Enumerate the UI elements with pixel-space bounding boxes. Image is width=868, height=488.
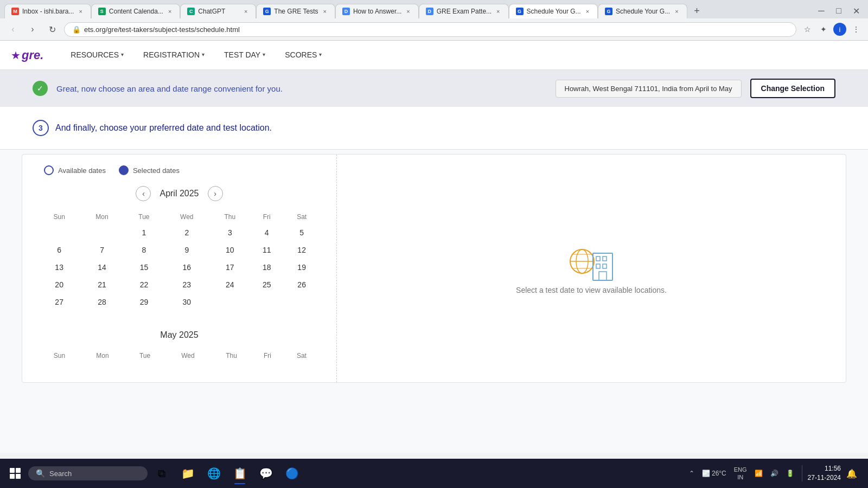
back-button[interactable]: ‹ (5, 22, 21, 37)
table-row: 1 2 3 4 5 (39, 224, 320, 241)
date-cell[interactable]: 9 (164, 241, 209, 259)
date-cell[interactable]: 30 (164, 293, 209, 311)
more-icon[interactable]: ⋮ (850, 23, 863, 36)
tab-schedule2[interactable]: G Schedule Your G... × (598, 4, 687, 18)
bookmark-icon[interactable]: ☆ (801, 23, 814, 36)
taskbar-teams[interactable]: 💬 (254, 461, 278, 485)
tab-chatgpt[interactable]: C ChatGPT × (180, 4, 256, 18)
main-content: ✓ Great, now choose an area and date ran… (0, 70, 868, 453)
taskbar-edge[interactable]: 🌐 (202, 461, 226, 485)
date-cell[interactable]: 28 (80, 293, 124, 311)
date-cell[interactable]: 13 (39, 259, 80, 276)
date-cell[interactable]: 11 (250, 241, 283, 259)
date-cell[interactable]: 21 (80, 276, 124, 293)
taskbar-task-view[interactable]: ⧉ (150, 461, 174, 485)
extension-icon[interactable]: ✦ (817, 23, 830, 36)
prev-month-button[interactable]: ‹ (136, 186, 151, 201)
change-selection-button[interactable]: Change Selection (750, 79, 835, 98)
tab-sheets[interactable]: S Content Calenda... × (91, 4, 181, 18)
start-button[interactable] (4, 463, 26, 484)
taskbar-file-explorer[interactable]: 📁 (176, 461, 200, 485)
gre-logo[interactable]: ★ gre. (11, 48, 43, 62)
new-tab-button[interactable]: + (690, 3, 705, 18)
tab-close[interactable]: × (405, 8, 411, 15)
date-cell[interactable]: 25 (250, 276, 283, 293)
forward-button[interactable]: › (25, 22, 40, 37)
date-cell[interactable]: 6 (39, 241, 80, 259)
nav-registration[interactable]: REGISTRATION ▾ (133, 42, 214, 69)
calendar-section: Available dates Selected dates ‹ April 2… (22, 154, 846, 383)
logo-star: ★ (11, 49, 21, 62)
date-cell[interactable]: 17 (210, 259, 251, 276)
tab-label: GRE Exam Patte... (437, 8, 492, 15)
date-cell[interactable]: 7 (80, 241, 124, 259)
date-cell[interactable]: 22 (124, 276, 164, 293)
table-row (39, 363, 320, 371)
next-month-button[interactable]: › (208, 186, 223, 201)
tab-close[interactable]: × (77, 8, 84, 15)
date-cell[interactable]: 10 (210, 241, 251, 259)
profile-icon[interactable]: i (833, 23, 846, 36)
date-cell (210, 293, 251, 311)
date-cell[interactable]: 26 (283, 276, 320, 293)
tray-notification[interactable]: 🔔 (844, 467, 859, 480)
date-cell[interactable]: 15 (124, 259, 164, 276)
date-cell[interactable]: 12 (283, 241, 320, 259)
clock-widget[interactable]: 11:56 27-11-2024 (808, 464, 841, 483)
tab-close[interactable]: × (321, 8, 328, 15)
maximize-button[interactable]: □ (831, 3, 846, 18)
tab-close[interactable]: × (584, 8, 591, 15)
date-cell[interactable]: 18 (250, 259, 283, 276)
location-panel: Select a test date to view available loc… (337, 155, 846, 382)
date-cell[interactable]: 27 (39, 293, 80, 311)
date-cell[interactable]: 29 (124, 293, 164, 311)
address-bar[interactable]: 🔒 ets.org/gre/test-takers/subject-tests/… (64, 22, 796, 37)
day-tue: Tue (124, 210, 164, 224)
tab-gre-tests[interactable]: G The GRE Tests × (256, 4, 335, 18)
taskbar: 🔍 Search ⧉ 📁 🌐 📋 💬 🔵 ⌃ 🌫️ 26°C ENGIN 📶 🔊… (0, 459, 868, 488)
tray-hidden-icons[interactable]: ⌃ (687, 468, 697, 478)
tab-close[interactable]: × (495, 8, 501, 15)
tab-how-to[interactable]: D How to Answer... × (335, 4, 419, 18)
tab-gmail[interactable]: M Inbox - ishi.bara... × (4, 4, 91, 18)
date-cell[interactable]: 2 (164, 224, 209, 241)
day-wed: Wed (165, 349, 211, 363)
taskbar-office[interactable]: 📋 (228, 461, 252, 485)
may-grid: Sun Mon Tue Wed Thu Fri Sat (39, 349, 320, 371)
date-cell[interactable]: 24 (210, 276, 251, 293)
april-month-label: April 2025 (159, 189, 199, 198)
date-cell[interactable]: 5 (283, 224, 320, 241)
refresh-button[interactable]: ↻ (44, 22, 60, 37)
date-cell[interactable]: 20 (39, 276, 80, 293)
minimize-button[interactable]: ─ (814, 3, 829, 18)
date-cell (80, 224, 124, 241)
tab-close[interactable]: × (242, 8, 249, 15)
tray-volume[interactable]: 🔊 (768, 468, 781, 478)
windows-logo (10, 468, 21, 479)
date-cell[interactable]: 19 (283, 259, 320, 276)
date-cell[interactable]: 14 (80, 259, 124, 276)
tab-close[interactable]: × (167, 8, 173, 15)
date-cell[interactable]: 23 (164, 276, 209, 293)
weather-widget[interactable]: 🌫️ 26°C (700, 468, 729, 478)
date-cell[interactable]: 4 (250, 224, 283, 241)
date-cell[interactable]: 16 (164, 259, 209, 276)
date-cell[interactable]: 8 (124, 241, 164, 259)
tab-gre-pattern[interactable]: D GRE Exam Patte... × (419, 4, 509, 18)
check-icon: ✓ (33, 81, 48, 96)
close-browser-button[interactable]: ✕ (848, 3, 864, 18)
taskbar-chrome[interactable]: 🔵 (280, 461, 304, 485)
tray-wifi[interactable]: 📶 (752, 468, 765, 478)
nav-test-day[interactable]: TEST DAY ▾ (214, 42, 275, 69)
nav-resources[interactable]: RESOURCES ▾ (61, 42, 133, 69)
date-cell[interactable]: 1 (124, 224, 164, 241)
date-cell (252, 363, 283, 371)
date-cell[interactable]: 3 (210, 224, 251, 241)
taskbar-search-box[interactable]: 🔍 Search (28, 466, 148, 480)
gre-tests-favicon: G (263, 8, 271, 15)
nav-scores[interactable]: SCORES ▾ (275, 42, 331, 69)
tab-schedule1[interactable]: G Schedule Your G... × (509, 4, 598, 18)
tray-language[interactable]: ENGIN (732, 465, 749, 483)
tray-battery[interactable]: 🔋 (784, 468, 796, 478)
tab-close[interactable]: × (673, 8, 680, 15)
